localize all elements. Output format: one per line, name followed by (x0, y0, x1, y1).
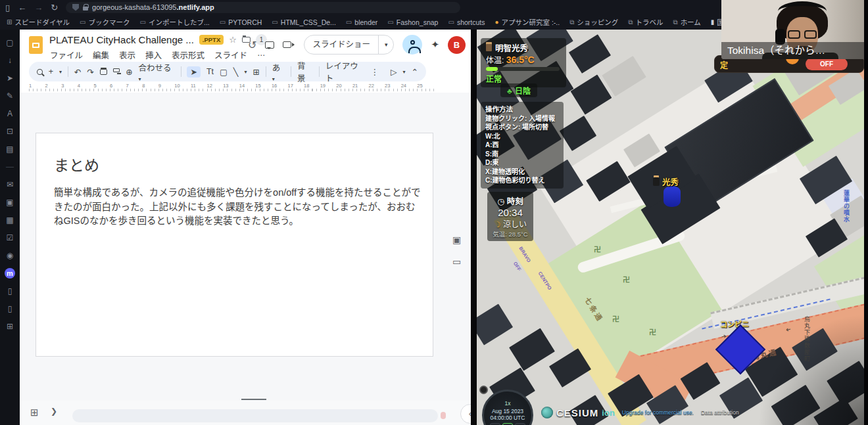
side-rail-icon[interactable]: ⊡ (5, 126, 15, 137)
data-attribution-link[interactable]: Data attribution (701, 409, 739, 416)
bookmark-item[interactable]: ▭blender (346, 18, 377, 26)
star-icon[interactable]: ☆ (229, 35, 237, 45)
chevron-down-icon[interactable]: ▾ (403, 69, 406, 75)
tab-overview-icon[interactable]: ▯ (5, 3, 10, 12)
side-rail-icon[interactable]: ✎ (5, 91, 15, 101)
expand-filmstrip-icon[interactable]: ❯ (51, 407, 57, 416)
meet-camera-icon[interactable] (283, 41, 291, 48)
bookmark-item[interactable]: ⧉ショッピング (569, 17, 618, 27)
line-button[interactable]: ╲ (233, 67, 239, 77)
insert-image-button[interactable]: ⊞ (253, 67, 259, 77)
account-avatar[interactable]: B (448, 36, 466, 54)
side-rail-icon[interactable]: m (5, 268, 15, 279)
side-rail-icon[interactable]: ▤ (5, 144, 15, 154)
search-icon[interactable] (37, 69, 43, 75)
shape-button[interactable]: ▢ (220, 67, 228, 77)
character-position-cylinder[interactable] (663, 186, 681, 207)
paint-format-button[interactable] (113, 68, 120, 72)
redo-button[interactable]: ↷ (87, 67, 93, 77)
menu-item[interactable]: 表示形式 (172, 49, 205, 61)
print-button[interactable] (100, 69, 108, 75)
slides-logo-icon[interactable] (29, 36, 43, 54)
background-button[interactable]: 背景 (297, 59, 313, 84)
bookmark-item[interactable]: ▭ブックマーク (80, 17, 130, 27)
grid-view-icon[interactable]: ⊞ (30, 407, 39, 418)
forward-button[interactable]: → (34, 3, 43, 12)
upgrade-link[interactable]: Upgrade for commercial use. (622, 409, 694, 416)
notes-scroll-thumb[interactable] (441, 412, 446, 419)
layout-button[interactable]: レイアウト (326, 59, 365, 84)
undo-button[interactable]: ↶ (74, 67, 81, 77)
side-rail-icon[interactable]: ◉ (5, 250, 15, 261)
bookmark-item[interactable]: ▭HTML_CSS_De... (272, 18, 335, 26)
slideshow-button[interactable]: スライドショー ▾ (304, 35, 394, 55)
menu-item[interactable]: 挿入 (145, 49, 162, 61)
side-rail-icon[interactable]: ▦ (5, 215, 15, 225)
side-panel-icon[interactable]: ▭ (452, 256, 461, 267)
side-rail-icon[interactable]: ➤ (5, 73, 15, 83)
bookmark-item[interactable]: ⧉ホーム (673, 17, 700, 27)
bookmark-label: トラベル (635, 17, 663, 27)
more-options-button[interactable]: ⋮ (370, 67, 379, 77)
kana-dropdown[interactable]: あ ▾ (272, 61, 285, 83)
sim-date: Aug 15 2023 (484, 408, 531, 414)
pen-mode-button[interactable]: ▷ (391, 67, 397, 77)
menu-item[interactable]: ファイル (50, 49, 83, 61)
menu-item[interactable]: 編集 (93, 49, 109, 61)
back-button[interactable]: ← (18, 3, 26, 12)
bookmark-item[interactable]: ▭Fashon_snap (387, 18, 438, 26)
zoom-button[interactable]: ⊕ (126, 67, 132, 77)
side-panel-icon[interactable]: ▣ (452, 235, 461, 245)
collapse-toolbar-button[interactable]: ⌃ (412, 67, 418, 77)
side-rail-icon[interactable]: A (5, 108, 15, 119)
side-rail-icon[interactable]: ▢ (5, 37, 15, 48)
side-rail-icon[interactable]: ▣ (5, 197, 15, 208)
version-history-icon[interactable]: ↺ (248, 39, 256, 51)
menu-item[interactable]: スライド (214, 49, 247, 61)
side-rail-icon[interactable]: ▯ (5, 303, 15, 314)
share-button[interactable] (402, 35, 422, 55)
side-rail-icon[interactable]: ⊞ (5, 321, 15, 332)
cesium-help-circle[interactable] (479, 386, 488, 394)
side-rail-icon[interactable]: ☑ (5, 233, 15, 243)
sim-time-utc: 04:00:00 UTC (484, 414, 531, 421)
chevron-down-icon[interactable]: ▾ (59, 69, 62, 75)
menu-item[interactable]: 表示 (119, 49, 135, 61)
comments-icon[interactable] (265, 41, 274, 49)
bookmark-folder-icon: ▭ (387, 18, 393, 26)
bookmark-item[interactable]: ▭PYTORCH (220, 18, 262, 26)
slide-body-text[interactable]: 簡単な構成であるが、カメラの追従機能や色分けをon/offする機能を持たせること… (54, 186, 421, 229)
controls-help-panel: 操作方法 建物クリック: 入場情報視点ボタン: 場所切替W:北A:西S:南D:東… (481, 102, 564, 189)
slideshow-caret[interactable]: ▾ (378, 35, 394, 54)
document-title[interactable]: PLATEAU CityHack Challenge ... (49, 34, 194, 45)
slide-page[interactable]: まとめ 簡単な構成であるが、カメラの追従機能や色分けをon/offする機能を持た… (36, 133, 433, 356)
cesium-map-view[interactable]: 七条通 烏丸通 ➔ ➔ 烏丸下珠数屋町 蓮華の噴水 BRAVO OFF CENT… (477, 30, 868, 425)
bookmark-item[interactable]: ⧉トラベル (628, 17, 663, 27)
bookmark-item[interactable]: ⊞スピードダイヤル (7, 17, 70, 27)
url-text[interactable]: gorgeous-kashata-613095.netlify.app (92, 3, 214, 11)
chevron-down-icon[interactable]: ▾ (244, 69, 247, 75)
ruler-number: 12 (207, 83, 224, 89)
address-bar[interactable]: gorgeous-kashata-613095.netlify.app (66, 2, 460, 13)
insert-plus-button[interactable]: + (49, 67, 53, 76)
reload-button[interactable]: ↻ (51, 3, 58, 12)
zoom-fit-dropdown[interactable]: 合わせる ▾ (139, 61, 175, 83)
speaker-notes-bar[interactable] (72, 409, 438, 422)
off-button[interactable]: OFF (806, 58, 848, 70)
slide-title[interactable]: まとめ (54, 153, 99, 175)
slide-canvas[interactable]: まとめ 簡単な構成であるが、カメラの追従機能や色分けをon/offする機能を持た… (20, 93, 471, 401)
side-rail-icon[interactable]: — (5, 162, 15, 172)
text-box-button[interactable]: Tt (206, 67, 214, 76)
side-rail-icon[interactable]: ✉ (5, 179, 15, 190)
bookmark-item[interactable]: ▭インポートしたブ... (140, 17, 210, 27)
gemini-icon[interactable]: ✦ (431, 39, 439, 51)
select-cursor-button[interactable]: ➤ (187, 66, 200, 78)
side-rail-icon[interactable]: ↓ (5, 55, 15, 66)
temple-mark: 卍 (594, 244, 601, 254)
character-marker[interactable]: 光秀 (653, 175, 679, 188)
shade-button[interactable]: ♣日陰 (500, 83, 537, 97)
bookmark-item[interactable]: ▭shortcuts (448, 18, 485, 26)
notes-resize-handle[interactable] (241, 399, 266, 400)
side-rail-icon[interactable]: ▯ (5, 286, 15, 296)
bookmark-item[interactable]: ●アプサン研究室 :-.. (494, 17, 560, 27)
